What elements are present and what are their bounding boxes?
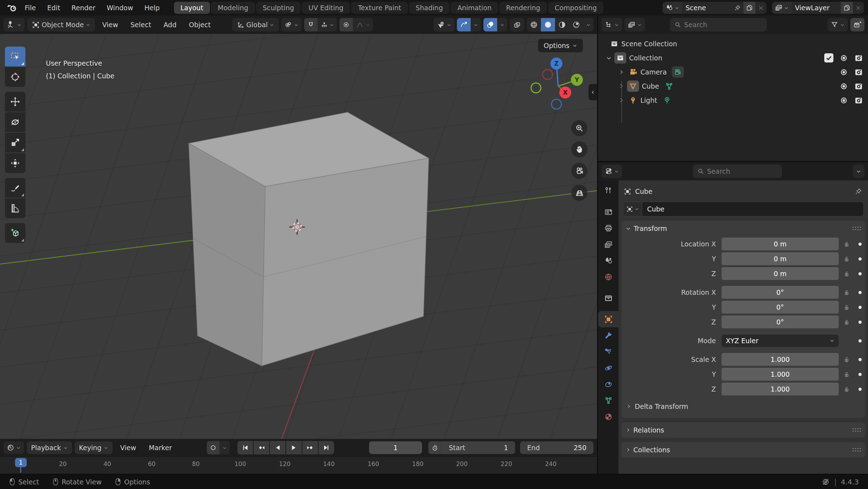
rotation-mode-dropdown[interactable]: XYZ Euler: [722, 334, 839, 347]
keying-menu[interactable]: Keying: [75, 441, 113, 454]
properties-editor-type-button[interactable]: [602, 165, 622, 178]
menu-view[interactable]: View: [97, 21, 123, 29]
render-visibility-toggle[interactable]: [854, 68, 863, 77]
hide-eye-toggle[interactable]: [839, 68, 848, 77]
tree-row-camera[interactable]: Camera: [598, 65, 868, 79]
lock-icon[interactable]: [839, 304, 855, 311]
tab-shading[interactable]: Shading: [409, 2, 450, 14]
animate-property-dot[interactable]: [855, 388, 865, 391]
viewport-options-button[interactable]: Options: [538, 39, 583, 52]
animate-property-dot[interactable]: [855, 306, 865, 309]
menu-window[interactable]: Window: [101, 4, 139, 12]
animate-property-dot[interactable]: [855, 358, 865, 361]
drag-handle-icon[interactable]: [852, 447, 861, 453]
timeline-view-menu[interactable]: View: [115, 444, 141, 452]
pin-scene-icon[interactable]: [731, 2, 743, 14]
timeline-editor-type-button[interactable]: [4, 441, 24, 454]
tab-modifiers[interactable]: [598, 327, 619, 344]
menu-render[interactable]: Render: [66, 4, 101, 12]
animate-property-dot[interactable]: [855, 272, 865, 275]
overlays-dropdown[interactable]: [497, 18, 507, 31]
scale-y-field[interactable]: 1.000: [722, 368, 839, 381]
hide-eye-toggle[interactable]: [839, 82, 848, 91]
menu-edit[interactable]: Edit: [42, 4, 66, 12]
cube-object[interactable]: [189, 112, 429, 366]
proportional-falloff-dropdown[interactable]: [353, 18, 373, 31]
camera-data-icon[interactable]: [672, 66, 684, 78]
animate-property-dot[interactable]: [855, 257, 865, 261]
xray-toggle[interactable]: [510, 18, 524, 31]
pan-view-button[interactable]: [571, 141, 587, 157]
animate-property-dot[interactable]: [855, 339, 865, 342]
breadcrumb-object-name[interactable]: Cube: [635, 187, 652, 195]
end-frame-field[interactable]: End 250: [520, 441, 593, 454]
relations-panel[interactable]: Relations: [621, 422, 865, 438]
tab-layout[interactable]: Layout: [174, 2, 210, 14]
auto-keying-toggle[interactable]: [207, 441, 219, 454]
new-collection-button[interactable]: [850, 18, 864, 31]
menu-file[interactable]: File: [19, 4, 42, 12]
hide-eye-toggle[interactable]: [839, 54, 848, 62]
timeline-ruler[interactable]: 1 20 40 60 80 100 120 140 160 180 200 22…: [0, 457, 597, 474]
object-name-field[interactable]: Cube: [642, 202, 864, 216]
lock-icon[interactable]: [839, 319, 855, 326]
shading-solid-button[interactable]: [541, 18, 555, 31]
menu-help[interactable]: Help: [139, 4, 165, 12]
playhead[interactable]: 1: [15, 458, 27, 467]
render-visibility-toggle[interactable]: [854, 54, 863, 62]
playback-menu[interactable]: Playback: [27, 441, 72, 454]
outliner-filter-button[interactable]: [827, 18, 848, 31]
start-frame-field[interactable]: Start 1: [442, 441, 515, 454]
light-data-icon[interactable]: [663, 96, 671, 105]
viewlayer-browse-button[interactable]: [772, 2, 791, 14]
rotate-tool[interactable]: [5, 112, 25, 132]
tree-row-light[interactable]: Light: [598, 93, 868, 107]
tab-render[interactable]: [598, 204, 619, 220]
shading-dropdown[interactable]: [583, 18, 593, 31]
play-button[interactable]: [286, 441, 302, 454]
tab-object[interactable]: [598, 311, 619, 327]
gizmo-dropdown[interactable]: [471, 18, 481, 31]
proportional-editing-toggle[interactable]: [339, 18, 353, 31]
lock-icon[interactable]: [839, 386, 855, 393]
location-y-field[interactable]: 0 m: [722, 252, 839, 265]
tab-uv-editing[interactable]: UV Editing: [302, 2, 350, 14]
menu-select[interactable]: Select: [126, 21, 156, 29]
tab-output[interactable]: [598, 220, 619, 236]
drag-handle-icon[interactable]: [852, 226, 861, 231]
measure-tool[interactable]: [5, 198, 25, 218]
scene-view[interactable]: [0, 34, 597, 439]
lock-icon[interactable]: [839, 371, 855, 378]
lock-icon[interactable]: [839, 270, 855, 277]
new-viewlayer-button[interactable]: [841, 2, 853, 14]
properties-options-button[interactable]: [853, 165, 864, 178]
tab-material[interactable]: [598, 409, 619, 425]
toggle-ortho-button[interactable]: [571, 185, 587, 201]
tab-scene[interactable]: [598, 252, 619, 269]
render-visibility-toggle[interactable]: [854, 82, 863, 91]
transform-orientation-dropdown[interactable]: Global: [232, 18, 279, 31]
object-id-browse[interactable]: [623, 202, 642, 216]
pivot-point-dropdown[interactable]: [281, 18, 302, 31]
tab-tool[interactable]: [598, 183, 619, 199]
tab-texture-paint[interactable]: Texture Paint: [351, 2, 408, 14]
sidebar-collapse-handle[interactable]: [589, 84, 597, 100]
jump-to-start-button[interactable]: [237, 441, 253, 454]
animate-property-dot[interactable]: [855, 291, 865, 294]
cursor-tool[interactable]: [5, 67, 25, 87]
hide-eye-toggle[interactable]: [839, 96, 848, 105]
location-x-field[interactable]: 0 m: [722, 238, 839, 250]
next-keyframe-button[interactable]: [302, 441, 318, 454]
tab-constraints[interactable]: [598, 376, 619, 392]
scene-browse-button[interactable]: [663, 2, 682, 14]
outliner-display-mode-button[interactable]: [625, 18, 645, 31]
tab-physics[interactable]: [598, 360, 619, 376]
animate-property-dot[interactable]: [855, 243, 865, 246]
tab-compositing[interactable]: Compositing: [548, 2, 603, 14]
collections-panel[interactable]: Collections: [621, 442, 865, 458]
mesh-data-icon[interactable]: [665, 82, 674, 91]
move-tool[interactable]: [5, 92, 25, 112]
scale-z-field[interactable]: 1.000: [722, 383, 839, 395]
location-z-field[interactable]: 0 m: [722, 267, 839, 280]
transform-tool[interactable]: [5, 153, 25, 173]
